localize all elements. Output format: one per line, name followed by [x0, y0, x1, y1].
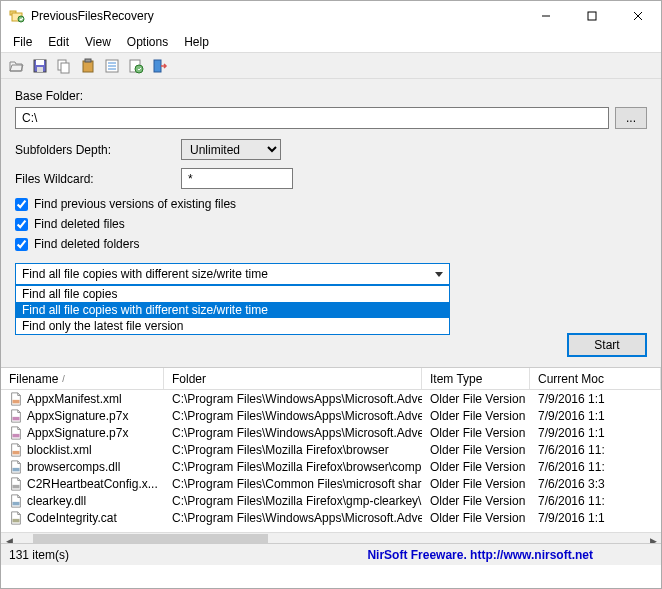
- save-icon[interactable]: [29, 55, 51, 77]
- check-deleted-folders-label: Find deleted folders: [34, 237, 139, 251]
- cell-folder: C:\Program Files\WindowsApps\Microsoft.A…: [164, 511, 422, 525]
- copy-icon[interactable]: [53, 55, 75, 77]
- menu-edit[interactable]: Edit: [40, 33, 77, 51]
- statusbar: 131 item(s) NirSoft Freeware. http://www…: [1, 543, 661, 565]
- depth-select[interactable]: Unlimited: [181, 139, 281, 160]
- scroll-thumb[interactable]: [33, 534, 268, 544]
- scroll-track[interactable]: [17, 534, 645, 544]
- svg-rect-8: [36, 60, 44, 65]
- properties-icon[interactable]: [101, 55, 123, 77]
- svg-rect-12: [83, 61, 93, 72]
- base-folder-input[interactable]: [15, 107, 609, 129]
- cell-type: Older File Version: [422, 477, 530, 491]
- cell-filename: AppxSignature.p7x: [1, 409, 164, 423]
- cell-folder: C:\Program Files\WindowsApps\Microsoft.A…: [164, 392, 422, 406]
- cell-type: Older File Version: [422, 443, 530, 457]
- table-row[interactable]: AppxSignature.p7xC:\Program Files\Window…: [1, 424, 661, 441]
- exit-icon[interactable]: [149, 55, 171, 77]
- cell-mod: 7/6/2016 11:: [530, 494, 661, 508]
- col-folder[interactable]: Folder: [164, 368, 422, 389]
- table-row[interactable]: CodeIntegrity.catC:\Program Files\Window…: [1, 509, 661, 526]
- menu-view[interactable]: View: [77, 33, 119, 51]
- cell-mod: 7/9/2016 1:1: [530, 409, 661, 423]
- table-row[interactable]: blocklist.xmlC:\Program Files\Mozilla Fi…: [1, 441, 661, 458]
- table-row[interactable]: AppxSignature.p7xC:\Program Files\Window…: [1, 407, 661, 424]
- cell-filename: blocklist.xml: [1, 443, 164, 457]
- svg-rect-22: [13, 416, 20, 420]
- base-folder-label: Base Folder:: [15, 89, 647, 103]
- cell-type: Older File Version: [422, 494, 530, 508]
- combo-option[interactable]: Find all file copies with different size…: [16, 302, 449, 318]
- table-row[interactable]: AppxManifest.xmlC:\Program Files\Windows…: [1, 390, 661, 407]
- browse-button[interactable]: ...: [615, 107, 647, 129]
- combo-option[interactable]: Find only the latest file version: [16, 318, 449, 334]
- menu-help[interactable]: Help: [176, 33, 217, 51]
- col-current-mod[interactable]: Current Moc: [530, 368, 661, 389]
- scroll-left-icon[interactable]: ◀: [1, 534, 17, 544]
- column-headers: Filename/ Folder Item Type Current Moc: [1, 368, 661, 390]
- depth-label: Subfolders Depth:: [15, 143, 175, 157]
- close-button[interactable]: [615, 1, 661, 31]
- scroll-right-icon[interactable]: ▶: [645, 534, 661, 544]
- svg-rect-20: [154, 60, 161, 72]
- cell-mod: 7/6/2016 11:: [530, 460, 661, 474]
- table-row[interactable]: clearkey.dllC:\Program Files\Mozilla Fir…: [1, 492, 661, 509]
- cell-filename: browsercomps.dll: [1, 460, 164, 474]
- table-row[interactable]: C2RHeartbeatConfig.x...C:\Program Files\…: [1, 475, 661, 492]
- paste-icon[interactable]: [77, 55, 99, 77]
- cell-filename: AppxManifest.xml: [1, 392, 164, 406]
- svg-rect-21: [13, 399, 20, 403]
- cell-mod: 7/9/2016 1:1: [530, 511, 661, 525]
- window-controls: [523, 1, 661, 31]
- list-body: AppxManifest.xmlC:\Program Files\Windows…: [1, 390, 661, 532]
- cell-mod: 7/6/2016 11:: [530, 443, 661, 457]
- item-count: 131 item(s): [9, 548, 209, 562]
- table-row[interactable]: browsercomps.dllC:\Program Files\Mozilla…: [1, 458, 661, 475]
- filter-combo-selected[interactable]: Find all file copies with different size…: [15, 263, 450, 285]
- results-list: Filename/ Folder Item Type Current Moc A…: [1, 367, 661, 543]
- cell-mod: 7/9/2016 1:1: [530, 392, 661, 406]
- cell-mod: 7/9/2016 1:1: [530, 426, 661, 440]
- col-item-type[interactable]: Item Type: [422, 368, 530, 389]
- check-prev-versions[interactable]: [15, 198, 28, 211]
- check-deleted-folders[interactable]: [15, 238, 28, 251]
- svg-point-19: [135, 65, 143, 73]
- cell-filename: C2RHeartbeatConfig.x...: [1, 477, 164, 491]
- check-deleted-files[interactable]: [15, 218, 28, 231]
- wildcard-label: Files Wildcard:: [15, 172, 175, 186]
- maximize-button[interactable]: [569, 1, 615, 31]
- cell-folder: C:\Program Files\Mozilla Firefox\gmp-cle…: [164, 494, 422, 508]
- combo-option[interactable]: Find all file copies: [16, 286, 449, 302]
- svg-rect-23: [13, 433, 20, 437]
- svg-rect-4: [588, 12, 596, 20]
- open-icon[interactable]: [5, 55, 27, 77]
- start-button[interactable]: Start: [567, 333, 647, 357]
- refresh-icon[interactable]: [125, 55, 147, 77]
- check-deleted-files-label: Find deleted files: [34, 217, 125, 231]
- menu-file[interactable]: File: [5, 33, 40, 51]
- cell-folder: C:\Program Files\WindowsApps\Microsoft.A…: [164, 409, 422, 423]
- wildcard-input[interactable]: [181, 168, 293, 189]
- svg-rect-26: [13, 484, 20, 488]
- cell-type: Older File Version: [422, 392, 530, 406]
- app-icon: [9, 8, 25, 24]
- titlebar: PreviousFilesRecovery: [1, 1, 661, 31]
- check-prev-versions-label: Find previous versions of existing files: [34, 197, 236, 211]
- credit-link[interactable]: NirSoft Freeware. http://www.nirsoft.net: [367, 548, 593, 562]
- cell-folder: C:\Program Files\Mozilla Firefox\browser…: [164, 460, 422, 474]
- filter-combo[interactable]: Find all file copies with different size…: [15, 263, 450, 285]
- cell-filename: CodeIntegrity.cat: [1, 511, 164, 525]
- cell-folder: C:\Program Files\Common Files\microsoft …: [164, 477, 422, 491]
- col-filename[interactable]: Filename/: [1, 368, 164, 389]
- svg-rect-24: [13, 450, 20, 454]
- cell-type: Older File Version: [422, 460, 530, 474]
- cell-mod: 7/6/2016 3:3: [530, 477, 661, 491]
- minimize-button[interactable]: [523, 1, 569, 31]
- svg-rect-27: [13, 501, 20, 505]
- svg-rect-25: [13, 467, 20, 471]
- horizontal-scrollbar[interactable]: ◀ ▶: [1, 532, 661, 543]
- cell-filename: clearkey.dll: [1, 494, 164, 508]
- menu-options[interactable]: Options: [119, 33, 176, 51]
- menubar: File Edit View Options Help: [1, 31, 661, 52]
- svg-rect-13: [85, 59, 91, 62]
